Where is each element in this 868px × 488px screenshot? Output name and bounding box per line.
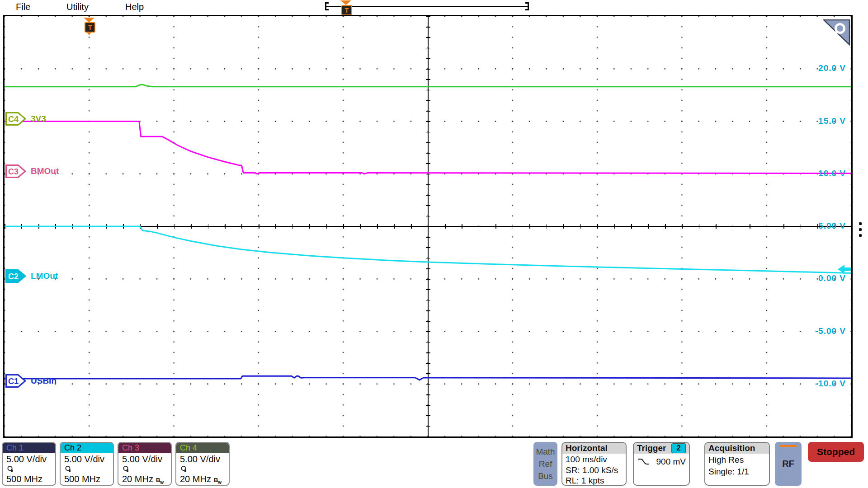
rf-label: RF — [782, 459, 794, 469]
svg-text:C2: C2 — [8, 272, 19, 281]
channel-badge-ch1[interactable]: Ch 1 5.00 V/div 500 MHz — [2, 442, 56, 486]
voltage-scale-label: 10.0 V — [818, 169, 846, 178]
channel-bandwidth: 20 MHz — [180, 473, 211, 485]
run-status-badge[interactable]: Stopped — [808, 442, 864, 462]
svg-text:C3: C3 — [8, 167, 19, 176]
channel-bandwidth: 20 MHz — [122, 473, 153, 485]
trace-usbin — [5, 376, 851, 380]
trace-3v3 — [5, 84, 851, 87]
run-status-text: Stopped — [817, 446, 855, 457]
channel-bandwidth: 500 MHz — [64, 473, 100, 485]
trace-bmout — [5, 122, 851, 174]
window-left-bracket — [325, 2, 329, 10]
horizontal-title: Horizontal — [562, 443, 626, 454]
rf-button[interactable]: RF — [775, 442, 802, 486]
channel-flag-icon: C4 — [5, 112, 26, 126]
math-ref-bus-button[interactable]: Math Ref Bus — [533, 442, 557, 486]
bandwidth-limit-badge: Bw — [156, 474, 164, 486]
voltage-scale-label: 15.0 V — [818, 116, 846, 126]
channel-scale: 5.00 V/div — [6, 454, 52, 465]
trigger-title: Trigger — [637, 443, 666, 453]
sample-rate: SR: 1.00 kS/s — [566, 465, 623, 476]
math-label[interactable]: Math — [533, 447, 557, 457]
trigger-time-badge[interactable]: T — [85, 22, 95, 33]
bandwidth-limit-badge: Bw — [214, 474, 222, 486]
acquisition-count: Single: 1/1 — [708, 466, 766, 478]
more-options-ellipsis[interactable] — [859, 222, 862, 237]
trigger-level-arrow[interactable] — [838, 264, 851, 276]
window-right-bracket — [525, 2, 529, 10]
acquisition-mode: High Res — [708, 454, 766, 466]
menu-help[interactable]: Help — [125, 1, 144, 13]
trace-name-label: 3V3 — [31, 114, 46, 124]
channel-marker-c3[interactable]: C3BMOut — [5, 164, 59, 178]
menu-bar: File Utility Help — [0, 0, 868, 14]
trace-name-label: BMOut — [31, 166, 59, 176]
trigger-level: 900 mV — [656, 456, 686, 467]
waveform-traces — [5, 16, 851, 436]
trace-lmout — [5, 226, 851, 273]
menu-file[interactable]: File — [16, 1, 30, 13]
horizontal-panel[interactable]: Horizontal 100 ms/div SR: 1.00 kS/s RL: … — [561, 442, 627, 486]
channel-bandwidth: 500 MHz — [6, 473, 42, 485]
bus-label[interactable]: Bus — [533, 471, 557, 481]
trigger-panel[interactable]: Trigger 2 900 mV — [633, 442, 690, 486]
channel-marker-c4[interactable]: C43V3 — [5, 112, 46, 126]
voltage-scale-label: -5.00 V — [815, 326, 846, 336]
channel-flag-icon: C3 — [5, 164, 26, 178]
channel-scale: 5.00 V/div — [64, 454, 109, 465]
trigger-time-tail-icon — [87, 33, 91, 35]
trace-name-label: USBIn — [31, 376, 57, 386]
channel-badge-ch2[interactable]: Ch 2 5.00 V/div 500 MHz — [60, 442, 114, 486]
probe-settings-icon — [180, 465, 225, 473]
channel-flag-icon: C1 — [5, 374, 26, 388]
zoom-corner-icon[interactable] — [823, 19, 850, 46]
trigger-source-badge: 2 — [671, 443, 686, 453]
svg-text:C4: C4 — [8, 115, 19, 124]
acquisition-window-line — [325, 6, 529, 7]
trigger-position-marker[interactable]: T — [341, 5, 352, 15]
horizontal-scale: 100 ms/div — [566, 454, 623, 465]
channel-scale: 5.00 V/div — [180, 454, 225, 465]
waveform-display: 20.0 V15.0 V10.0 V5.00 V0.00 V-5.00 V-10… — [3, 15, 853, 438]
probe-settings-icon — [122, 465, 167, 473]
channel-flag-icon: C2 — [5, 269, 26, 283]
channel-header: Ch 4 — [176, 443, 229, 453]
channel-header: Ch 2 — [61, 443, 113, 453]
probe-settings-icon — [64, 465, 109, 473]
voltage-scale-label: -10.0 V — [815, 379, 846, 389]
trace-name-label: LMOut — [31, 271, 58, 281]
ref-label[interactable]: Ref — [533, 459, 557, 469]
channel-scale: 5.00 V/div — [122, 454, 167, 465]
voltage-scale-label: 5.00 V — [818, 221, 846, 231]
trigger-position-arrow-icon[interactable] — [340, 0, 351, 5]
channel-header: Ch 3 — [118, 443, 171, 453]
voltage-scale-label: 20.0 V — [818, 63, 846, 73]
channel-badge-ch4[interactable]: Ch 4 5.00 V/div 20 MHz Bw — [175, 442, 230, 486]
channel-header: Ch 1 — [3, 443, 55, 453]
svg-text:C1: C1 — [8, 377, 19, 386]
record-length: RL: 1 kpts — [566, 475, 623, 486]
trigger-marker-letter: T — [345, 7, 349, 14]
acquisition-title: Acquisition — [705, 443, 769, 454]
probe-settings-icon — [6, 465, 52, 473]
channel-marker-c2[interactable]: C2LMOut — [5, 269, 58, 283]
acquisition-panel[interactable]: Acquisition High Res Single: 1/1 — [704, 442, 770, 486]
bottom-status-bar: Ch 1 5.00 V/div 500 MHz Ch 2 5.00 V/div … — [0, 439, 868, 488]
menu-utility[interactable]: Utility — [66, 1, 89, 13]
channel-badge-ch3[interactable]: Ch 3 5.00 V/div 20 MHz Bw — [118, 442, 172, 486]
channel-marker-c1[interactable]: C1USBIn — [5, 374, 57, 388]
falling-edge-icon — [637, 457, 650, 466]
rf-accent-bar — [779, 445, 797, 447]
